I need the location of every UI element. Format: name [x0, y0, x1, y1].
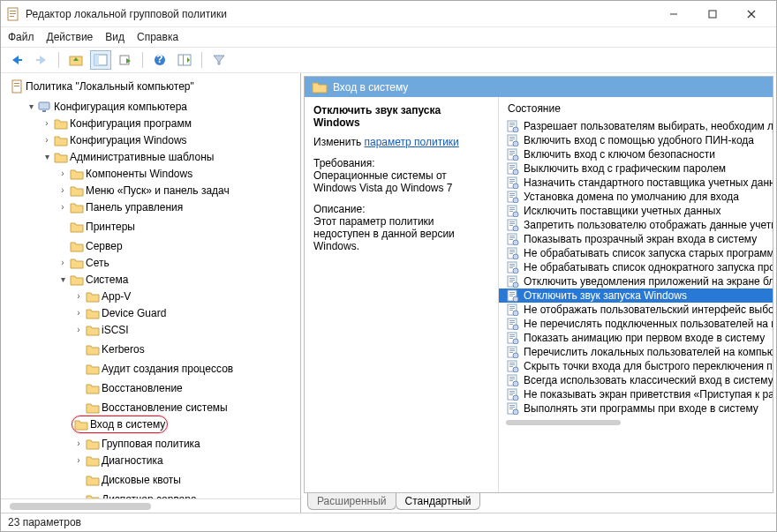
policy-item[interactable]: Включить вход с помощью удобного ПИН-код…	[499, 133, 773, 147]
menu-view[interactable]: Вид	[105, 31, 124, 43]
policy-item[interactable]: Показать анимацию при первом входе в сис…	[499, 331, 773, 345]
chevron-right-icon[interactable]: ›	[57, 166, 68, 182]
svg-text:?: ?	[156, 54, 162, 65]
chevron-right-icon[interactable]: ›	[41, 132, 52, 148]
tree-label: Принтеры	[86, 219, 135, 235]
policy-item[interactable]: Отключить уведомления приложений на экра…	[499, 274, 773, 288]
policy-item[interactable]: Исключить поставщики учетных данных	[499, 204, 773, 218]
policy-item[interactable]: Всегда использовать классический вход в …	[499, 373, 773, 387]
chevron-right-icon[interactable]: ›	[57, 199, 68, 215]
tree-label: Панель управления	[86, 199, 183, 215]
tree-item[interactable]: ›App-V	[72, 288, 132, 304]
tree-item[interactable]: ›Панель управления	[56, 199, 185, 215]
tree-system[interactable]: ▾Система	[56, 272, 130, 288]
chevron-right-icon[interactable]: ›	[73, 322, 84, 338]
status-text: 23 параметров	[8, 516, 81, 528]
folder-icon	[70, 240, 84, 252]
policy-item[interactable]: Не отображать пользовательский интерфейс…	[499, 303, 773, 317]
chevron-right-icon[interactable]: ›	[73, 453, 84, 468]
policy-item[interactable]: Не обрабатывать список однократного запу…	[499, 260, 773, 274]
chevron-down-icon[interactable]: ▾	[26, 99, 36, 115]
tree-item[interactable]: ›Групповая политика	[72, 436, 202, 452]
tree-item[interactable]: ›Диагностика	[72, 453, 165, 468]
tree-item[interactable]: Аудит создания процессов	[72, 361, 235, 377]
policy-item[interactable]: Не перечислять подключенных пользователе…	[499, 317, 773, 331]
tree-label: Аудит создания процессов	[102, 361, 233, 377]
maximize-button[interactable]	[693, 2, 732, 26]
back-button[interactable]	[6, 50, 27, 70]
tree-label: Kerberos	[102, 341, 145, 357]
menu-action[interactable]: Действие	[47, 31, 94, 43]
tree-item[interactable]: ›iSCSI	[72, 322, 131, 338]
chevron-right-icon[interactable]: ›	[73, 305, 84, 321]
tree-item[interactable]: ›Конфигурация Windows	[40, 132, 189, 148]
tree-label: iSCSI	[102, 322, 129, 338]
policy-icon	[506, 289, 520, 302]
edit-policy-link[interactable]: параметр политики	[364, 136, 458, 148]
requirements-label: Требования:	[313, 157, 489, 169]
chevron-down-icon[interactable]: ▾	[57, 272, 68, 288]
svg-rect-76	[509, 251, 515, 252]
policy-item[interactable]: Установка домена по умолчанию для входа	[499, 190, 773, 204]
filter-button[interactable]	[208, 50, 230, 70]
chevron-right-icon[interactable]: ›	[57, 255, 68, 271]
tree-item[interactable]: Kerberos	[72, 341, 147, 357]
chevron-down-icon[interactable]: ▾	[41, 149, 52, 165]
policy-item[interactable]: Выполнять эти программы при входе в сист…	[499, 401, 773, 416]
chevron-right-icon[interactable]: ›	[73, 288, 84, 304]
policy-item[interactable]: Не обрабатывать список запуска старых пр…	[499, 246, 773, 260]
policy-item[interactable]: Разрешает пользователям выбирать, необхо…	[499, 119, 773, 133]
tree-item[interactable]: ›Компоненты Windows	[56, 166, 194, 182]
policy-list[interactable]: Разрешает пользователям выбирать, необхо…	[499, 118, 773, 416]
forward-button[interactable]	[31, 50, 52, 70]
tree-logon[interactable]: Вход в систему	[72, 416, 168, 433]
chevron-right-icon[interactable]: ›	[57, 183, 68, 199]
up-button[interactable]	[65, 50, 87, 70]
tree-root[interactable]: Политика "Локальный компьютер"	[8, 79, 196, 94]
tree-computer-config[interactable]: ▾ Конфигурация компьютера	[24, 99, 189, 115]
tree-item[interactable]: Принтеры	[56, 219, 137, 235]
export-button[interactable]	[115, 50, 136, 70]
tree-item[interactable]: ›Меню «Пуск» и панель задач	[56, 183, 231, 199]
policy-item[interactable]: Не показывать экран приветствия «Приступ…	[499, 387, 773, 401]
folder-icon	[74, 418, 88, 431]
horizontal-scrollbar[interactable]	[506, 420, 621, 425]
tab-extended[interactable]: Расширенный	[307, 493, 396, 510]
policy-item[interactable]: Скрыть точки входа для быстрого переключ…	[499, 359, 773, 373]
menu-help[interactable]: Справка	[137, 31, 178, 43]
policy-item[interactable]: Показывать прозрачный экран входа в сист…	[499, 232, 773, 246]
chevron-right-icon[interactable]: ›	[41, 116, 52, 131]
navigation-tree[interactable]: Политика "Локальный компьютер" ▾ Конфигу…	[1, 73, 300, 498]
policy-item[interactable]: Отключить звук запуска Windows	[499, 288, 773, 303]
tab-standard[interactable]: Стандартный	[396, 493, 481, 510]
tree-item[interactable]: Диспетчер сервера	[72, 491, 199, 498]
options-button[interactable]	[174, 50, 195, 70]
svg-rect-111	[509, 350, 515, 351]
horizontal-scrollbar[interactable]	[1, 498, 300, 513]
policy-item[interactable]: Включить вход с ключом безопасности	[499, 147, 773, 161]
svg-rect-90	[509, 292, 515, 293]
tree-item[interactable]: ›Конфигурация программ	[40, 116, 193, 131]
help-button[interactable]: ?	[149, 50, 170, 70]
close-button[interactable]	[732, 2, 771, 26]
tree-item[interactable]: ›Сеть	[56, 255, 111, 271]
tree-item[interactable]: Восстановление системы	[72, 400, 230, 416]
policy-item[interactable]: Запретить пользователю отображать данные…	[499, 218, 773, 232]
policy-label: Выполнять эти программы при входе в сист…	[524, 402, 758, 415]
chevron-right-icon[interactable]: ›	[73, 436, 84, 452]
tree-item[interactable]: Дисковые квоты	[72, 472, 183, 488]
tree-item[interactable]: Сервер	[56, 238, 124, 254]
menu-file[interactable]: Файл	[8, 31, 34, 43]
tree-admin-templates[interactable]: ▾Административные шаблоны	[40, 149, 215, 165]
svg-rect-41	[509, 153, 515, 154]
policy-item[interactable]: Перечислить локальных пользователей на к…	[499, 345, 773, 359]
column-header-state[interactable]: Состояние	[499, 97, 773, 118]
tree-item[interactable]: ›Device Guard	[72, 305, 168, 321]
policy-item[interactable]: Выключить вход с графическим паролем	[499, 161, 773, 176]
svg-rect-120	[509, 377, 515, 378]
svg-rect-121	[509, 378, 515, 379]
policy-item[interactable]: Назначить стандартного поставщика учетны…	[499, 176, 773, 190]
show-hide-tree-button[interactable]	[90, 50, 111, 70]
tree-item[interactable]: Восстановление	[72, 380, 185, 396]
minimize-button[interactable]	[654, 2, 693, 26]
